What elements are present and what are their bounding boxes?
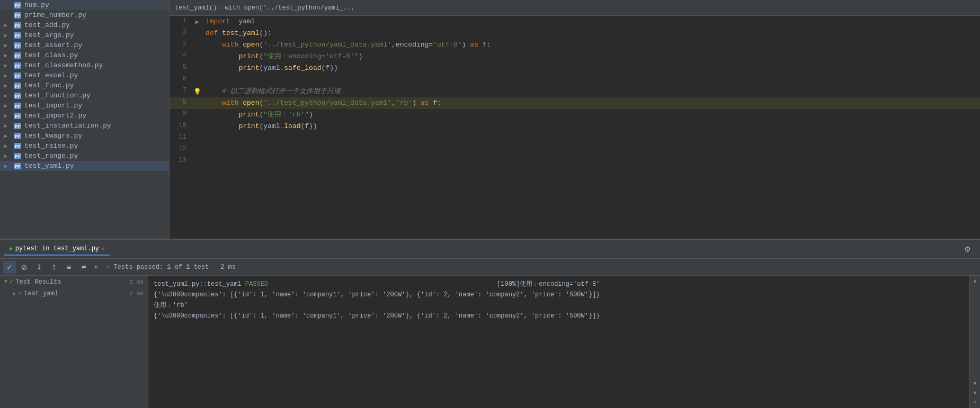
line-number-4: 4 [170,51,191,62]
test-results-duration: 2 ms [130,279,144,285]
sidebar-item-num[interactable]: py num.py [0,0,169,10]
sidebar-arrow: ▶ [4,72,13,79]
sidebar-item-test_args[interactable]: ▶ py test_args.py [0,30,169,40]
code-content-9[interactable]: print("使用：'rb'") [203,109,980,121]
code-content-5[interactable]: print(yaml.safe_load(f)) [203,62,980,74]
bottom-area: ▶ pytest in test_yaml.py ✕ ⚙ ✓ ⊘ ↧ ↥ ≡ ⇌… [0,239,980,408]
sidebar-item-test_import2[interactable]: ▶ py test_import2.py [0,111,169,121]
sidebar-item-test_func[interactable]: ▶ py test_func.py [0,80,169,90]
test-status: ✓ Tests passed: 1 of 1 test – 2 ms [106,263,236,271]
sidebar-item-prime_number[interactable]: py prime_number.py [0,10,169,20]
sidebar-label: test_classmethod.py [24,61,103,69]
sidebar-label: test_class.py [24,51,78,59]
file-icon: py [13,52,22,59]
code-content-1[interactable]: import yaml [203,16,980,28]
file-icon: py [13,42,22,49]
line-gutter-7: 💡 [191,86,203,97]
code-line-2: 2 def test_yaml(): [170,28,980,39]
test-item-pass: ✓ [18,289,22,297]
sidebar-item-test_instantiation[interactable]: ▶ py test_instantiation.py [0,121,169,131]
align-left-button[interactable]: ≡ [63,261,75,274]
sidebar-item-test_range[interactable]: ▶ py test_range.py [0,151,169,161]
line-gutter-12 [191,144,203,156]
file-icon: py [13,132,22,140]
code-line-9: 9 print("使用：'rb'") [170,109,980,121]
bottom-toolbar: ✓ ⊘ ↧ ↥ ≡ ⇌ » ✓ Tests passed: 1 of 1 tes… [0,259,980,276]
file-icon: py [13,2,22,9]
code-line-11: 11 [170,132,980,144]
check-button[interactable]: ✓ [3,261,16,274]
sidebar-arrow: ▶ [4,22,13,29]
line-gutter-2 [191,28,203,39]
sidebar-item-test_function[interactable]: ▶ py test_function.py [0,90,169,101]
scroll-up-btn[interactable]: ▲ [971,277,979,285]
code-content-2[interactable]: def test_yaml(): [203,28,980,39]
line-number-7: 7 [170,86,191,97]
sidebar-item-test_classmethod[interactable]: ▶ py test_classmethod.py [0,60,169,70]
sort-asc-button[interactable]: ↧ [33,261,46,274]
pytest-tab-close[interactable]: ✕ [101,246,104,252]
file-icon: py [13,112,22,120]
run-icon[interactable]: ▶ [195,18,199,26]
sidebar-label: test_args.py [24,31,74,39]
line-number-8: 8 [170,97,191,109]
line-gutter-1: ▶ [191,16,203,28]
sidebar-arrow: ▶ [4,83,13,89]
file-icon: py [13,82,22,89]
sidebar-item-test_import[interactable]: ▶ py test_import.py [0,101,169,111]
test-item-test_yaml[interactable]: ▶ ✓ test_yaml 2 ms [0,288,148,299]
scroll-down-btn[interactable]: ▼ [971,379,979,388]
pytest-tab-icon: ▶ [10,245,13,252]
sidebar-item-test_yaml[interactable]: ▶ py test_yaml.py [0,161,169,171]
code-content-4[interactable]: print("使用：encoding='utf-8'") [203,51,980,62]
right-controls: ▲ ▼ ▼ ≡ [969,276,980,408]
line-gutter-3 [191,39,203,51]
sidebar-label: test_raise.py [24,142,78,150]
code-content-12[interactable] [203,144,980,156]
line-number-1: 1 [170,16,191,28]
line-number-10: 10 [170,121,191,132]
file-icon: py [13,12,22,19]
sort-desc-button[interactable]: ↥ [48,261,60,274]
sidebar-arrow: ▶ [4,62,13,69]
toolbar-ellipsis[interactable]: » [92,264,100,271]
breadcrumb-sep: › [219,4,222,12]
bottom-tab-pytest[interactable]: ▶ pytest in test_yaml.py ✕ [4,243,110,256]
align-right-button[interactable]: ⇌ [77,261,90,274]
code-content-11[interactable] [203,132,980,144]
sidebar-label: test_excel.py [24,71,78,79]
sidebar-label: num.py [24,1,49,9]
code-content-7[interactable]: # 以二进制格式打开一个文件用于只读 [203,86,980,97]
sidebar-arrow: ▶ [4,163,13,169]
sidebar: py num.py py prime_number.py ▶ py test_a… [0,0,170,239]
settings-button[interactable]: ⚙ [961,243,974,256]
scroll-down2-btn[interactable]: ▼ [971,389,979,397]
stop-button[interactable]: ⊘ [18,261,31,274]
sidebar-label: test_func.py [24,81,74,89]
code-content-6[interactable] [203,74,980,86]
test-results-header[interactable]: ▼ ✓ Test Results 2 ms [0,276,148,288]
code-content-13[interactable] [203,156,980,167]
code-editor[interactable]: 1 ▶ import yaml 2 def test_yaml(): 3 wit… [170,16,980,239]
code-line-4: 4 print("使用：encoding='utf-8'") [170,51,980,62]
code-line-10: 10 print(yaml.load(f)) [170,121,980,132]
sidebar-item-test_excel[interactable]: ▶ py test_excel.py [0,70,169,80]
line-gutter-9 [191,109,203,121]
breadcrumb-path: with open('../test_python/yaml_... [225,4,354,12]
code-content-3[interactable]: with open('../test_python/yaml_data.yaml… [203,39,980,51]
sidebar-item-test_raise[interactable]: ▶ py test_raise.py [0,141,169,151]
sidebar-item-test_class[interactable]: ▶ py test_class.py [0,50,169,60]
bulb-icon[interactable]: 💡 [193,88,201,96]
line-number-5: 5 [170,62,191,74]
sidebar-label: test_instantiation.py [24,122,111,130]
code-line-8: 8 with open('../test_python/yaml_data.ya… [170,97,980,109]
sidebar-arrow: ▶ [4,32,13,39]
code-content-10[interactable]: print(yaml.load(f)) [203,121,980,132]
sidebar-item-test_assert[interactable]: ▶ py test_assert.py [0,40,169,50]
sidebar-item-test_kwagrs[interactable]: ▶ py test_kwagrs.py [0,131,169,141]
code-content-8[interactable]: with open('../test_python/yaml_data.yaml… [203,97,980,109]
line-gutter-5 [191,62,203,74]
sidebar-item-test_add[interactable]: ▶ py test_add.py [0,20,169,30]
test-results-pass-badge: ✓ [10,278,13,286]
line-number-13: 13 [170,156,191,167]
